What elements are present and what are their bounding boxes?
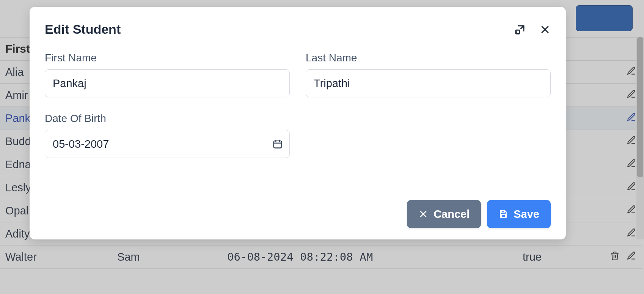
last-name-field-group: Last Name — [306, 52, 551, 97]
modal-title: Edit Student — [45, 22, 121, 37]
edit-student-modal: Edit Student First Name Last Name Date O… — [30, 7, 566, 239]
last-name-input[interactable] — [306, 69, 551, 97]
modal-header: Edit Student — [45, 22, 551, 37]
last-name-label: Last Name — [306, 52, 551, 64]
save-button[interactable]: Save — [487, 200, 551, 228]
cancel-button[interactable]: Cancel — [407, 200, 481, 228]
first-name-label: First Name — [45, 52, 290, 64]
maximize-icon[interactable] — [514, 24, 526, 35]
save-button-label: Save — [514, 208, 539, 220]
first-name-field-group: First Name — [45, 52, 290, 97]
first-name-input[interactable] — [45, 69, 290, 97]
cancel-button-label: Cancel — [434, 208, 470, 220]
form-grid: First Name Last Name Date Of Birth — [45, 52, 551, 158]
close-icon[interactable] — [539, 24, 551, 35]
modal-actions: Cancel Save — [45, 192, 551, 228]
save-icon — [498, 209, 508, 219]
dob-label: Date Of Birth — [45, 113, 290, 125]
svg-rect-10 — [501, 214, 506, 217]
svg-rect-9 — [502, 211, 505, 213]
x-icon — [418, 209, 428, 219]
modal-header-actions — [514, 24, 551, 35]
dob-input[interactable] — [45, 130, 290, 158]
dob-field-group: Date Of Birth — [45, 113, 290, 158]
